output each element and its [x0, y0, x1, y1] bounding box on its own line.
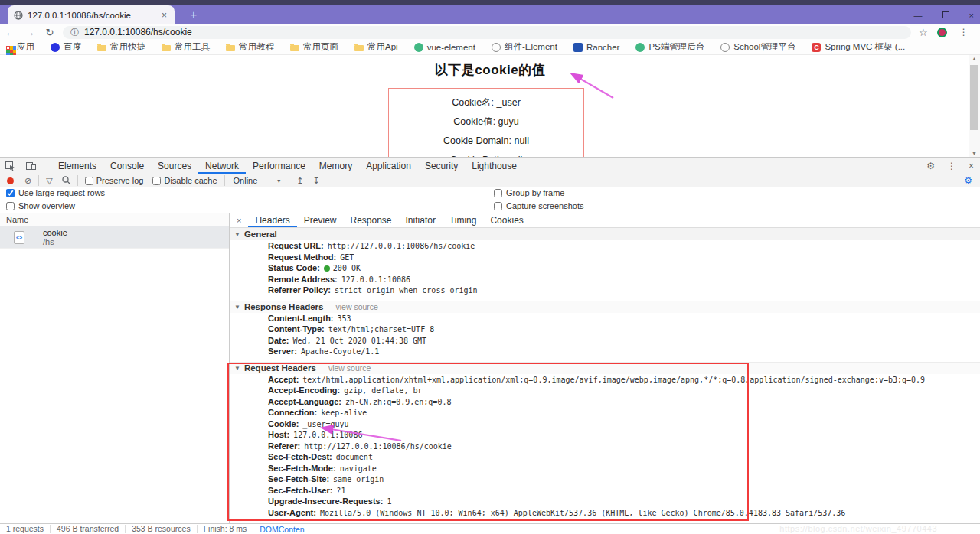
detail-tab[interactable]: Preview	[297, 213, 344, 227]
group-by-frame-input[interactable]	[494, 189, 502, 197]
general-section-header[interactable]: ▼ General	[230, 228, 980, 240]
bookmark-item[interactable]: School管理平台	[720, 41, 795, 53]
url-text[interactable]: 127.0.0.1:10086/hs/cookie	[84, 27, 192, 37]
network-settings-gear-icon[interactable]: ⚙	[964, 175, 972, 186]
scrollbar-thumb[interactable]	[970, 65, 978, 130]
scroll-up-icon[interactable]: ▲	[969, 56, 980, 61]
restore-button[interactable]	[942, 11, 949, 18]
back-icon[interactable]: ←	[0, 27, 20, 38]
preserve-log-input[interactable]	[85, 177, 93, 185]
devtools-tab[interactable]: Elements	[51, 158, 103, 174]
group-by-frame-checkbox[interactable]: Group by frame	[494, 188, 564, 197]
bookmark-item[interactable]: 应用	[6, 41, 34, 53]
devtools-tab[interactable]: Sources	[151, 158, 198, 174]
settings-gear-icon[interactable]: ⚙	[920, 161, 941, 171]
bookmark-item[interactable]: 常用工具	[162, 41, 210, 53]
address-bar[interactable]: ⓘ 127.0.0.1:10086/hs/cookie	[63, 26, 911, 39]
header-row: Upgrade-Insecure-Requests:1	[230, 496, 980, 507]
inspect-element-icon[interactable]	[0, 158, 21, 174]
bookmark-label: 常用快捷	[110, 41, 145, 53]
bookmark-item[interactable]: 常用Api	[354, 41, 398, 53]
bookmark-item[interactable]: PS端管理后台	[635, 41, 704, 53]
show-overview-checkbox[interactable]: Show overview	[6, 201, 75, 210]
export-har-icon[interactable]: ↧	[309, 176, 325, 186]
request-headers-section-header[interactable]: ▼ Request Headers view source	[230, 362, 980, 374]
divider	[44, 161, 44, 171]
response-headers-section-header[interactable]: ▼ Response Headers view source	[230, 301, 980, 313]
new-tab-button[interactable]: +	[186, 8, 201, 21]
view-source-link[interactable]: view source	[328, 363, 371, 373]
show-overview-input[interactable]	[6, 202, 15, 210]
bookmark-label: 常用教程	[239, 41, 274, 53]
header-row: Accept:text/html,application/xhtml+xml,a…	[230, 374, 980, 386]
page-scrollbar[interactable]: ▲ ▼	[969, 55, 980, 157]
close-window-button[interactable]: ×	[969, 11, 974, 20]
disable-cache-checkbox[interactable]: Disable cache	[152, 176, 217, 185]
bookmark-item[interactable]: Rancher	[573, 43, 619, 52]
close-detail-icon[interactable]: ×	[230, 213, 248, 227]
device-toolbar-icon[interactable]	[21, 158, 41, 174]
divider	[38, 175, 39, 186]
devtools-menu-icon[interactable]: ⋮	[941, 161, 962, 171]
bookmark-item[interactable]: 常用页面	[290, 41, 338, 53]
detail-tab[interactable]: Response	[343, 213, 398, 227]
use-large-request-rows-input[interactable]	[6, 189, 15, 197]
detail-tab[interactable]: Timing	[443, 213, 484, 227]
network-main: Name <> cookie /hs × HeadersPreviewRespo…	[0, 213, 980, 523]
filter-icon[interactable]: ▽	[41, 176, 57, 186]
bookmark-label: 常用工具	[175, 41, 210, 53]
import-har-icon[interactable]: ↥	[292, 176, 308, 186]
clear-icon[interactable]: ⊘	[20, 176, 36, 186]
forward-icon[interactable]: →	[20, 27, 40, 38]
bookmark-star-icon[interactable]: ☆	[919, 27, 928, 38]
bookmark-item[interactable]: C Spring MVC 框架 (...	[812, 41, 905, 53]
header-row: Content-Length:353	[230, 313, 980, 324]
detail-tab[interactable]: Initiator	[399, 213, 443, 227]
devtools-tab[interactable]: Application	[359, 158, 418, 174]
disable-cache-input[interactable]	[152, 177, 161, 185]
bookmark-label: 常用Api	[368, 41, 398, 53]
page-info-icon[interactable]: ⓘ	[70, 27, 79, 38]
search-icon[interactable]	[57, 176, 75, 186]
devtools-tabbar: ElementsConsoleSourcesNetworkPerformance…	[0, 158, 980, 174]
detail-tab[interactable]: Cookies	[483, 213, 530, 227]
browser-tab[interactable]: 127.0.0.1:10086/hs/cookie ×	[8, 5, 175, 24]
bookmark-label: PS端管理后台	[648, 41, 704, 53]
devtools-tab[interactable]: Network	[198, 158, 246, 174]
browser-navbar: ← → ↻ ⓘ 127.0.0.1:10086/hs/cookie ☆ ⋮	[0, 24, 980, 40]
request-path: /hs	[43, 237, 67, 246]
capture-screenshots-checkbox[interactable]: Capture screenshots	[494, 201, 584, 210]
detail-tab[interactable]: Headers	[248, 213, 296, 227]
header-row: Connection:keep-alive	[230, 407, 980, 418]
window-controls: — ×	[914, 5, 974, 24]
general-rows: Request URL:http://127.0.0.1:10086/hs/co…	[230, 240, 980, 296]
view-source-link[interactable]: view source	[335, 302, 377, 311]
preserve-log-checkbox[interactable]: Preserve log	[85, 176, 144, 185]
devtools-tab[interactable]: Performance	[246, 158, 312, 174]
browser-menu-icon[interactable]: ⋮	[956, 27, 972, 37]
reload-icon[interactable]: ↻	[40, 27, 60, 38]
minimize-button[interactable]: —	[914, 11, 923, 20]
request-list-name-header[interactable]: Name	[0, 213, 229, 226]
request-row-selected[interactable]: <> cookie /hs	[0, 226, 229, 249]
capture-screenshots-input[interactable]	[494, 202, 502, 210]
devtools-close-icon[interactable]: ×	[962, 161, 980, 171]
cookie-value-line: Cookie名: _user	[389, 93, 583, 112]
devtools-tab[interactable]: Lighthouse	[465, 158, 524, 174]
tab-close-icon[interactable]: ×	[160, 10, 168, 21]
request-detail-panel: × HeadersPreviewResponseInitiatorTimingC…	[230, 213, 980, 523]
scroll-down-icon[interactable]: ▼	[969, 151, 980, 156]
throttling-dropdown[interactable]: Online ▾	[227, 176, 287, 185]
profile-avatar[interactable]	[937, 28, 947, 37]
record-icon[interactable]	[7, 177, 14, 184]
bookmark-item[interactable]: 常用快捷	[97, 41, 145, 53]
devtools-tab[interactable]: Console	[103, 158, 151, 174]
bookmark-item[interactable]: vue-element	[414, 43, 475, 52]
browser-window: 127.0.0.1:10086/hs/cookie × + — × ← → ↻ …	[0, 0, 980, 534]
devtools-tab[interactable]: Memory	[312, 158, 359, 174]
bookmark-item[interactable]: 百度	[51, 41, 81, 53]
bookmark-item[interactable]: 组件-Element	[492, 41, 557, 53]
devtools-tab[interactable]: Security	[418, 158, 465, 174]
bookmark-item[interactable]: 常用教程	[226, 41, 274, 53]
use-large-request-rows-checkbox[interactable]: Use large request rows	[6, 188, 105, 197]
